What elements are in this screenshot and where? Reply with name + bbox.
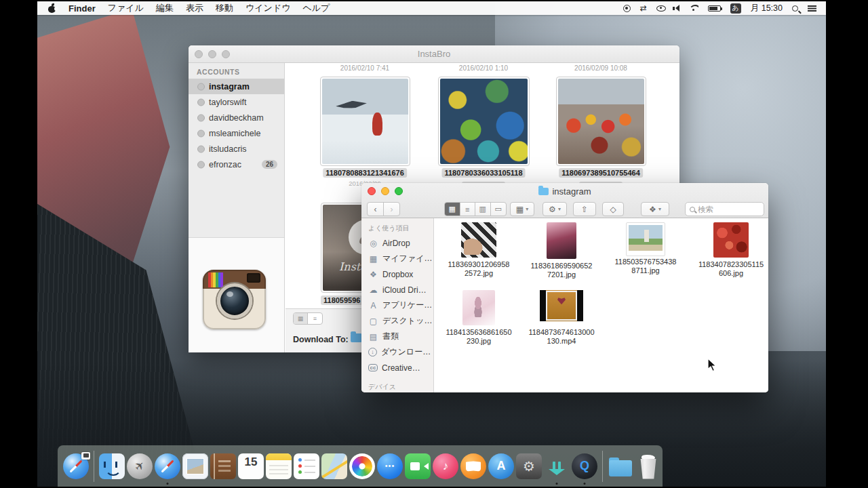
account-label: efronzac <box>209 160 241 169</box>
itunes-icon[interactable]: ♪ <box>433 453 458 479</box>
sidebar-item-applications[interactable]: Aアプリケー… <box>361 298 433 313</box>
sidebar-item-icloud[interactable]: ☁iCloud Dri… <box>361 282 433 298</box>
facetime-icon[interactable] <box>405 453 431 479</box>
zoom-button[interactable] <box>222 50 230 58</box>
notification-center-icon[interactable] <box>808 5 816 12</box>
notes-icon[interactable] <box>266 453 292 479</box>
icon-view-button[interactable]: ▦ <box>445 203 460 216</box>
input-source-icon[interactable]: あ <box>730 3 741 14</box>
minimize-button[interactable] <box>381 187 389 195</box>
back-button[interactable]: ‹ <box>367 202 384 216</box>
arrange-menu-button[interactable]: ▦▾ <box>510 202 534 216</box>
menu-clock[interactable]: 月 15:30 <box>751 3 783 14</box>
finder-icon[interactable] <box>99 453 125 479</box>
photo-thumbnail[interactable] <box>320 77 410 166</box>
file-thumbnail <box>626 222 665 256</box>
finder-titlebar[interactable]: instagram <box>361 183 768 199</box>
finder-sidebar: よく使う項目 ◎AirDrop ▦マイファイ… ❖Dropbox ☁iCloud… <box>361 218 434 392</box>
menu-file[interactable]: ファイル <box>108 2 144 14</box>
sidebar-item-myfiles[interactable]: ▦マイファイ… <box>361 251 433 266</box>
launchpad-icon[interactable]: ✈ <box>127 453 153 479</box>
sidebar-item-creative-cloud[interactable]: ccCreative… <box>361 360 433 375</box>
sidebar-item-instagram[interactable]: instagram <box>189 79 284 94</box>
sidebar-item-davidbeckham[interactable]: davidbeckham <box>189 110 284 125</box>
sidebar-item-desktop[interactable]: ▢デスクトッ… <box>361 313 433 329</box>
list-view-button[interactable]: ≡ <box>460 203 476 216</box>
photo-thumbnail[interactable] <box>556 77 646 166</box>
reminders-icon[interactable] <box>294 453 319 479</box>
ibooks-icon[interactable] <box>460 453 486 479</box>
avatar <box>197 145 205 152</box>
file-item[interactable]: 1183407823305115606.jpg <box>694 222 768 278</box>
view-toggle[interactable]: ▦≡ <box>293 312 323 325</box>
coverflow-view-button[interactable]: ▭ <box>491 203 506 216</box>
downloads-folder-icon[interactable] <box>608 453 633 479</box>
file-item[interactable]: 1185035767534388711.jpg <box>608 222 683 275</box>
sidebar-item-dropbox[interactable]: ❖Dropbox <box>361 266 433 282</box>
video-frame: Finder ファイル 編集 表示 移動 ウインドウ ヘルプ ⇄ あ 月 15:… <box>0 0 868 488</box>
system-preferences-icon[interactable]: ⚙ <box>516 453 542 479</box>
sidebar-item-efronzac[interactable]: efronzac 26 <box>189 157 284 172</box>
instabro-titlebar[interactable]: InstaBro <box>189 45 679 63</box>
downloader-icon[interactable] <box>544 453 570 479</box>
sidebar-item-downloads[interactable]: ↓ダウンロー… <box>361 344 433 360</box>
photo-filename[interactable]: 118059596 <box>321 296 363 305</box>
messages-icon[interactable] <box>377 453 403 479</box>
share-button[interactable]: ⇧ <box>573 202 596 216</box>
app-menu-finder[interactable]: Finder <box>68 3 96 14</box>
download-folder-icon[interactable] <box>351 333 362 342</box>
close-button[interactable] <box>368 187 376 195</box>
volume-icon[interactable] <box>675 5 679 12</box>
contacts-icon[interactable] <box>210 453 236 479</box>
eye-icon[interactable] <box>656 5 666 12</box>
photo-filename[interactable]: 1180780883121341676 <box>323 168 407 178</box>
close-button[interactable] <box>195 50 203 58</box>
photos-icon[interactable] <box>349 453 375 479</box>
wifi-icon[interactable] <box>689 5 698 12</box>
tag-button[interactable]: ◇ <box>602 202 624 216</box>
apple-menu-icon[interactable] <box>48 4 56 13</box>
calendar-icon[interactable]: 15 <box>238 453 264 479</box>
sidebar-item-taylorswift[interactable]: taylorswift <box>189 94 284 110</box>
file-item[interactable]: 1184873674613000130.mp4 <box>524 290 599 346</box>
dropbox-menu-button[interactable]: ❖▾ <box>641 202 669 216</box>
sidebar-item-airdrop[interactable]: ◎AirDrop <box>361 235 433 251</box>
desktop: Finder ファイル 編集 表示 移動 ウインドウ ヘルプ ⇄ あ 月 15:… <box>37 1 826 487</box>
menu-window[interactable]: ウインドウ <box>245 2 291 14</box>
record-icon[interactable] <box>623 5 631 12</box>
sync-icon[interactable]: ⇄ <box>640 4 647 12</box>
action-menu-button[interactable]: ⚙▾ <box>542 202 567 216</box>
zoom-button[interactable] <box>395 187 403 195</box>
menu-edit[interactable]: 編集 <box>156 2 174 14</box>
photo-thumbnail[interactable] <box>438 77 530 166</box>
search-input[interactable] <box>698 205 760 214</box>
menu-view[interactable]: 表示 <box>186 2 203 14</box>
menu-help[interactable]: ヘルプ <box>302 2 330 14</box>
download-to-label: Download To: <box>293 335 349 344</box>
app-store-icon[interactable]: A <box>488 453 514 479</box>
sidebar-item-itsludacris[interactable]: itsludacris <box>189 141 284 157</box>
forward-button[interactable]: › <box>383 202 400 216</box>
trash-icon[interactable] <box>635 453 661 479</box>
maps-icon[interactable] <box>321 453 347 479</box>
quicktime-icon[interactable]: Q <box>572 453 597 479</box>
file-item[interactable]: 1184135636861650230.jpg <box>441 290 516 346</box>
menu-go[interactable]: 移動 <box>216 2 233 14</box>
file-item[interactable]: 1183618695906527201.jpg <box>524 222 599 279</box>
instabro-icon[interactable] <box>63 453 89 479</box>
file-thumbnail <box>462 290 495 325</box>
column-view-button[interactable]: ▥ <box>475 203 491 216</box>
view-switcher[interactable]: ▦ ≡ ▥ ▭ <box>444 202 507 216</box>
search-field[interactable] <box>685 202 764 216</box>
mail-icon[interactable] <box>182 453 208 479</box>
file-thumbnail <box>547 222 576 259</box>
file-item[interactable]: 1183693012069582572.jpg <box>441 222 516 278</box>
photo-filename[interactable]: 1180697389510755464 <box>559 168 643 178</box>
sidebar-item-msleamichele[interactable]: msleamichele <box>189 125 284 141</box>
minimize-button[interactable] <box>208 50 216 58</box>
safari-icon[interactable] <box>155 453 180 479</box>
spotlight-icon[interactable] <box>792 5 798 12</box>
sidebar-item-documents[interactable]: ▤書類 <box>361 329 433 344</box>
photo-filename[interactable]: 1180780336033105118 <box>441 168 525 178</box>
battery-icon[interactable] <box>708 5 721 12</box>
